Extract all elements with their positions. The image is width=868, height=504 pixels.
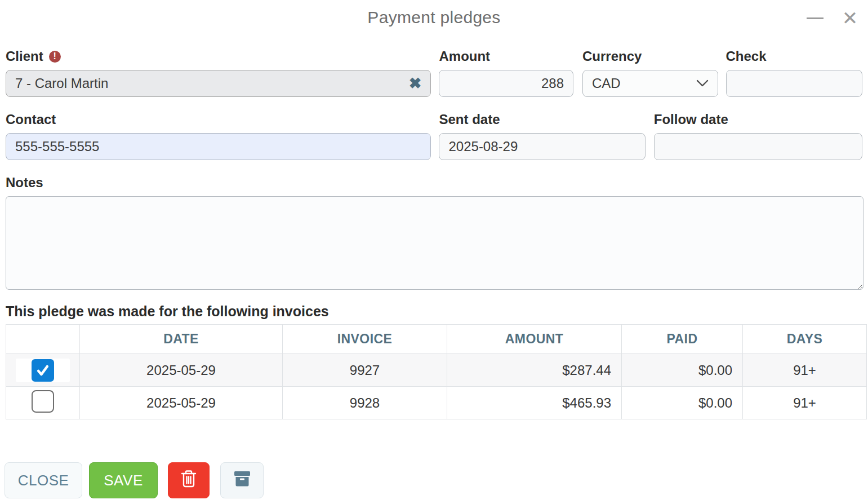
invoice-days: 91+ — [743, 354, 867, 387]
contact-label: Contact — [6, 110, 431, 129]
contact-input[interactable] — [6, 133, 431, 160]
invoices-heading: This pledge was made for the following i… — [6, 303, 868, 320]
invoice-date: 2025-05-29 — [80, 387, 283, 419]
follow-date-input[interactable] — [654, 133, 862, 160]
table-row: 2025-05-29 9927 $287.44 $0.00 91+ — [6, 354, 867, 387]
required-alert-icon: ! — [49, 51, 61, 63]
delete-button[interactable] — [168, 462, 210, 498]
client-label: Client ! — [6, 47, 431, 65]
check-label: Check — [726, 47, 863, 65]
close-button[interactable]: CLOSE — [5, 462, 82, 498]
invoice-days: 91+ — [743, 387, 867, 419]
client-field[interactable]: 7 - Carol Martin ✖ — [6, 70, 431, 97]
checkbox-cell — [16, 390, 70, 413]
invoice-paid: $0.00 — [622, 387, 743, 419]
currency-select[interactable]: CAD — [582, 70, 718, 97]
invoice-amount: $287.44 — [447, 354, 622, 387]
invoices-table: DATE INVOICE AMOUNT PAID DAYS 2025-05-29… — [6, 324, 867, 419]
page-title: Payment pledges — [0, 0, 868, 27]
col-invoice: INVOICE — [283, 325, 447, 354]
col-amount: AMOUNT — [447, 325, 622, 354]
invoice-paid: $0.00 — [622, 354, 743, 387]
sent-date-label: Sent date — [439, 110, 645, 129]
client-value: 7 - Carol Martin — [15, 76, 108, 91]
save-button[interactable]: SAVE — [89, 462, 158, 498]
invoice-checkbox[interactable] — [32, 390, 54, 413]
invoice-checkbox[interactable] — [32, 359, 54, 382]
minimize-icon[interactable] — [805, 8, 825, 28]
table-header-row: DATE INVOICE AMOUNT PAID DAYS — [6, 325, 867, 354]
close-icon[interactable]: ✕ — [840, 8, 860, 28]
currency-selected-value: CAD — [592, 76, 621, 91]
invoice-amount: $465.93 — [447, 387, 622, 419]
sent-date-input[interactable] — [439, 133, 645, 160]
currency-label: Currency — [582, 47, 718, 65]
trash-icon — [180, 469, 198, 492]
checkbox-cell — [16, 359, 70, 382]
archive-button[interactable] — [220, 462, 264, 498]
notes-textarea[interactable] — [6, 196, 863, 290]
invoice-number: 9927 — [283, 354, 447, 387]
invoice-date: 2025-05-29 — [80, 354, 283, 387]
amount-label: Amount — [439, 47, 573, 65]
pledge-form: Client ! 7 - Carol Martin ✖ Amount Curre… — [0, 47, 868, 290]
chevron-down-icon — [696, 79, 709, 87]
clear-client-icon[interactable]: ✖ — [409, 76, 422, 91]
table-row: 2025-05-29 9928 $465.93 $0.00 91+ — [6, 387, 867, 419]
invoice-number: 9928 — [283, 387, 447, 419]
col-date: DATE — [80, 325, 283, 354]
archive-box-icon — [233, 470, 252, 492]
check-input[interactable] — [726, 70, 863, 97]
col-days: DAYS — [743, 325, 867, 354]
col-select — [6, 325, 80, 354]
col-paid: PAID — [622, 325, 743, 354]
follow-date-label: Follow date — [654, 110, 862, 129]
amount-input[interactable] — [439, 70, 573, 97]
notes-label: Notes — [6, 174, 862, 192]
dialog-header: Payment pledges ✕ — [0, 0, 868, 35]
action-bar: CLOSE SAVE — [5, 462, 868, 498]
